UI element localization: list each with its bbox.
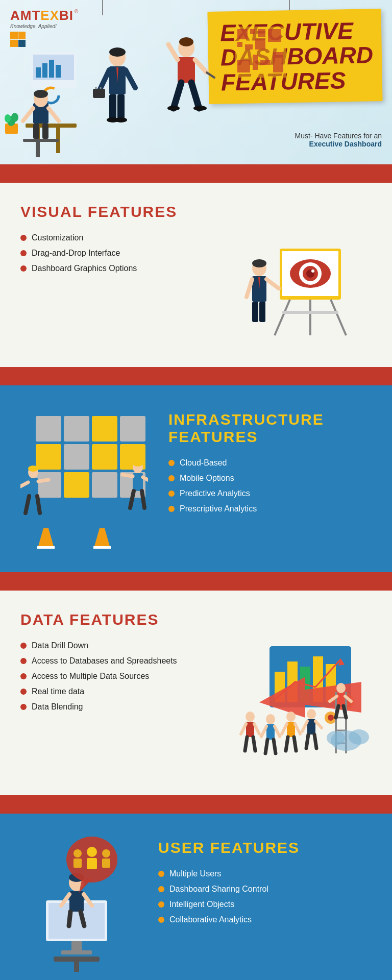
svg-rect-179 [74, 859, 82, 868]
feature-text: Predictive Analytics [180, 489, 250, 498]
bullet-icon [20, 673, 27, 679]
svg-point-57 [5, 114, 11, 122]
svg-rect-86 [36, 472, 61, 498]
svg-line-66 [275, 300, 290, 335]
bullet-icon [20, 265, 27, 272]
list-item: Dashboard Sharing Control [158, 885, 372, 894]
svg-rect-49 [245, 44, 253, 50]
bullet-icon [168, 460, 175, 466]
data-illustration [229, 641, 372, 774]
svg-line-139 [294, 737, 296, 751]
svg-point-118 [328, 715, 334, 721]
data-svg [229, 641, 372, 774]
feature-text: Dashboard Graphics Options [32, 264, 137, 273]
svg-rect-54 [273, 52, 283, 72]
svg-line-144 [306, 734, 308, 748]
list-item: Customization [20, 233, 229, 242]
svg-rect-50 [255, 39, 265, 50]
svg-point-140 [307, 709, 316, 719]
bullet-icon [158, 901, 164, 908]
infra-content: INFRASTRUCTUREFEATURES Cloud-Based Mobil… [168, 406, 372, 520]
svg-line-39 [174, 83, 181, 108]
user-svg [20, 834, 143, 977]
svg-line-133 [274, 740, 276, 753]
svg-point-134 [286, 712, 296, 722]
svg-rect-52 [253, 55, 258, 70]
feature-text: Intelligent Objects [169, 900, 234, 909]
infra-section: INFRASTRUCTUREFEATURES Cloud-Based Mobil… [0, 385, 392, 581]
svg-point-178 [74, 849, 82, 857]
svg-marker-104 [38, 528, 54, 546]
bullet-icon [168, 506, 175, 512]
svg-line-131 [275, 726, 280, 737]
feature-text: Drag-and-Drop Interface [32, 249, 120, 258]
feature-text: Mobile Options [180, 474, 234, 483]
svg-line-124 [241, 724, 246, 734]
svg-rect-166 [74, 962, 79, 972]
svg-rect-53 [260, 60, 271, 65]
list-item: Intelligent Objects [158, 900, 372, 909]
svg-point-32 [115, 117, 127, 122]
rope-left-deco [102, 0, 103, 15]
svg-rect-46 [258, 29, 265, 37]
svg-rect-77 [259, 302, 265, 322]
infra-illustration [20, 406, 153, 551]
bullet-icon [20, 658, 27, 664]
svg-point-65 [311, 270, 314, 273]
feature-text: Data Drill Down [32, 641, 88, 650]
user-features-title: USER FEATURES [158, 839, 372, 856]
svg-line-137 [295, 724, 300, 734]
svg-rect-35 [178, 57, 195, 83]
list-item: Predictive Analytics [168, 489, 372, 498]
svg-line-94 [20, 482, 28, 486]
feature-text: Cloud-Based [180, 458, 227, 468]
svg-rect-81 [120, 416, 145, 442]
svg-point-122 [246, 712, 255, 722]
svg-line-96 [37, 496, 40, 513]
svg-line-145 [314, 734, 316, 748]
list-item: Drag-and-Drop Interface [20, 249, 229, 258]
svg-rect-51 [237, 60, 250, 72]
bullet-icon [20, 704, 27, 710]
svg-rect-87 [64, 472, 89, 498]
svg-line-100 [122, 475, 133, 476]
svg-point-42 [193, 106, 207, 111]
feature-text: Multiple Users [169, 869, 221, 878]
svg-line-40 [191, 83, 199, 108]
feature-text: Customization [32, 233, 83, 242]
svg-line-127 [253, 737, 255, 751]
svg-rect-80 [92, 416, 117, 442]
svg-rect-25 [93, 89, 105, 98]
feature-text: Access to Databases and Spreadsheets [32, 656, 177, 666]
list-item: Data Drill Down [20, 641, 218, 650]
bullet-icon [168, 475, 175, 481]
svg-line-132 [265, 740, 267, 753]
svg-rect-164 [61, 950, 92, 954]
visual-features-title: VISUAL FEATURES [20, 203, 372, 220]
svg-line-136 [282, 724, 287, 734]
svg-line-156 [336, 706, 338, 718]
feature-text: Dashboard Sharing Control [169, 885, 268, 894]
svg-line-172 [69, 912, 70, 926]
svg-rect-11 [23, 139, 59, 142]
feature-text: Data Blending [32, 702, 83, 712]
svg-line-138 [286, 737, 288, 751]
visual-features-list: Customization Drag-and-Drop Interface Da… [20, 233, 229, 273]
svg-rect-2 [36, 67, 41, 78]
svg-line-130 [261, 726, 266, 737]
svg-rect-83 [64, 444, 89, 470]
svg-rect-19 [42, 124, 48, 139]
svg-point-91 [28, 465, 38, 472]
svg-rect-45 [250, 29, 255, 34]
svg-rect-177 [87, 858, 97, 869]
svg-point-180 [102, 849, 110, 857]
list-item: Mobile Options [168, 474, 372, 483]
svg-rect-4 [49, 60, 54, 78]
bullet-icon [158, 917, 164, 923]
svg-rect-3 [42, 63, 47, 78]
svg-rect-82 [36, 444, 61, 470]
bullet-icon [20, 235, 27, 241]
svg-point-152 [336, 683, 346, 693]
svg-line-93 [38, 480, 48, 481]
svg-line-37 [195, 60, 207, 72]
